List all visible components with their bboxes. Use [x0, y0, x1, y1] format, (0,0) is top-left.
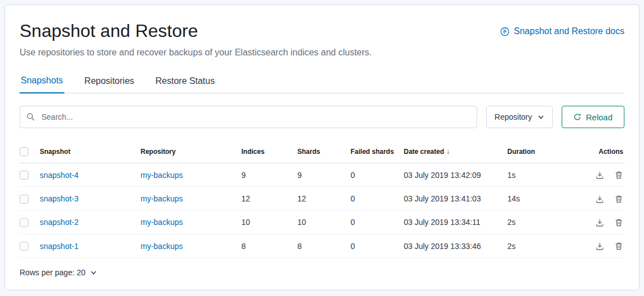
date-created-cell: 03 July 2019 13:33:46: [404, 234, 507, 257]
repository-cell: my-backups: [141, 234, 241, 257]
row-checkbox-cell: [20, 187, 40, 210]
column-header-shards[interactable]: Shards: [297, 140, 351, 163]
shards-cell: 12: [297, 187, 351, 210]
repository-link[interactable]: my-backups: [141, 242, 183, 251]
column-header-date-created[interactable]: Date created↓: [404, 140, 507, 163]
search-input[interactable]: [20, 106, 477, 128]
indices-cell: 9: [241, 163, 297, 187]
snapshot-cell: snapshot-3: [40, 187, 141, 210]
select-all-header: [20, 140, 40, 163]
repository-link[interactable]: my-backups: [141, 171, 183, 180]
page-title: Snapshot and Restore: [20, 20, 198, 42]
delete-trash-icon[interactable]: [614, 195, 623, 204]
table-row: snapshot-4 my-backups 9 9 0 03 July 2019…: [20, 163, 624, 187]
page-header: Snapshot and Restore Snapshot and Restor…: [20, 20, 624, 42]
date-created-cell: 03 July 2019 13:41:03: [404, 187, 507, 210]
row-checkbox[interactable]: [20, 218, 29, 227]
docs-icon: [500, 27, 510, 36]
duration-cell: 2s: [507, 210, 566, 234]
rows-per-page-label: Rows per page: 20: [20, 268, 86, 277]
snapshot-cell: snapshot-2: [40, 210, 141, 234]
snapshot-link[interactable]: snapshot-3: [40, 194, 78, 203]
column-header-repository[interactable]: Repository: [141, 140, 241, 163]
restore-download-icon[interactable]: [595, 195, 604, 204]
date-created-cell: 03 July 2019 13:34:11: [404, 210, 507, 234]
repository-filter-button[interactable]: Repository: [486, 106, 553, 128]
repository-cell: my-backups: [141, 163, 241, 187]
sort-desc-icon: ↓: [446, 148, 450, 156]
table-row: snapshot-3 my-backups 12 12 0 03 July 20…: [20, 187, 624, 210]
search-icon: [26, 112, 35, 121]
chevron-down-icon: [538, 114, 544, 120]
date-created-cell: 03 July 2019 13:42:09: [404, 163, 507, 187]
failed-shards-cell: 0: [351, 210, 404, 234]
toolbar: Repository Reload: [20, 106, 624, 128]
snapshot-restore-panel: Snapshot and Restore Snapshot and Restor…: [4, 4, 640, 290]
tab-repositories[interactable]: Repositories: [83, 72, 136, 93]
restore-download-icon[interactable]: [595, 218, 604, 227]
column-header-failed-shards[interactable]: Failed shards: [351, 140, 404, 163]
indices-cell: 8: [241, 234, 297, 257]
snapshot-link[interactable]: snapshot-2: [40, 218, 78, 227]
column-header-snapshot[interactable]: Snapshot: [40, 140, 141, 163]
snapshot-cell: snapshot-4: [40, 163, 141, 187]
snapshot-link[interactable]: snapshot-1: [40, 242, 78, 251]
indices-cell: 12: [241, 187, 297, 210]
row-checkbox[interactable]: [20, 171, 29, 180]
table-row: snapshot-2 my-backups 10 10 0 03 July 20…: [20, 210, 624, 234]
indices-cell: 10: [241, 210, 297, 234]
column-header-actions: Actions: [566, 140, 624, 163]
snapshot-cell: snapshot-1: [40, 234, 141, 257]
duration-cell: 14s: [507, 187, 566, 210]
row-checkbox-cell: [20, 163, 40, 187]
reload-button[interactable]: Reload: [562, 106, 624, 128]
shards-cell: 9: [297, 163, 351, 187]
chevron-down-icon: [90, 269, 97, 276]
tab-snapshots[interactable]: Snapshots: [20, 72, 64, 93]
docs-link-label: Snapshot and Restore docs: [514, 26, 624, 36]
delete-trash-icon[interactable]: [614, 218, 623, 227]
actions-cell: [566, 210, 624, 234]
search-wrap: [20, 106, 477, 128]
failed-shards-cell: 0: [351, 234, 404, 257]
page-subtitle: Use repositories to store and recover ba…: [20, 48, 624, 58]
shards-cell: 8: [297, 234, 351, 257]
delete-trash-icon[interactable]: [614, 171, 623, 180]
tab-restore-status[interactable]: Restore Status: [155, 72, 216, 93]
failed-shards-cell: 0: [351, 187, 404, 210]
snapshots-table: Snapshot Repository Indices Shards Faile…: [20, 140, 624, 258]
column-header-indices[interactable]: Indices: [241, 140, 297, 163]
row-checkbox[interactable]: [20, 242, 29, 251]
actions-cell: [566, 234, 624, 257]
repository-link[interactable]: my-backups: [141, 218, 183, 227]
repository-cell: my-backups: [141, 210, 241, 234]
failed-shards-cell: 0: [351, 163, 404, 187]
restore-download-icon[interactable]: [595, 242, 604, 251]
snapshot-link[interactable]: snapshot-4: [40, 171, 78, 180]
date-created-label: Date created: [404, 148, 444, 156]
row-checkbox[interactable]: [20, 195, 29, 204]
repository-link[interactable]: my-backups: [141, 194, 183, 203]
rows-per-page-control[interactable]: Rows per page: 20: [20, 268, 97, 277]
duration-cell: 1s: [507, 163, 566, 187]
table-row: snapshot-1 my-backups 8 8 0 03 July 2019…: [20, 234, 624, 257]
repository-filter-label: Repository: [494, 112, 532, 121]
table-header-row: Snapshot Repository Indices Shards Faile…: [20, 140, 624, 163]
delete-trash-icon[interactable]: [614, 242, 623, 251]
actions-cell: [566, 163, 624, 187]
row-checkbox-cell: [20, 210, 40, 234]
actions-cell: [566, 187, 624, 210]
docs-link[interactable]: Snapshot and Restore docs: [500, 26, 624, 36]
row-checkbox-cell: [20, 234, 40, 257]
column-header-duration[interactable]: Duration: [507, 140, 566, 163]
reload-button-label: Reload: [586, 112, 613, 122]
select-all-checkbox[interactable]: [20, 147, 29, 156]
restore-download-icon[interactable]: [595, 171, 604, 180]
duration-cell: 2s: [507, 234, 566, 257]
tab-bar: Snapshots Repositories Restore Status: [20, 72, 624, 93]
refresh-icon: [573, 113, 581, 121]
shards-cell: 10: [297, 210, 351, 234]
repository-cell: my-backups: [141, 187, 241, 210]
